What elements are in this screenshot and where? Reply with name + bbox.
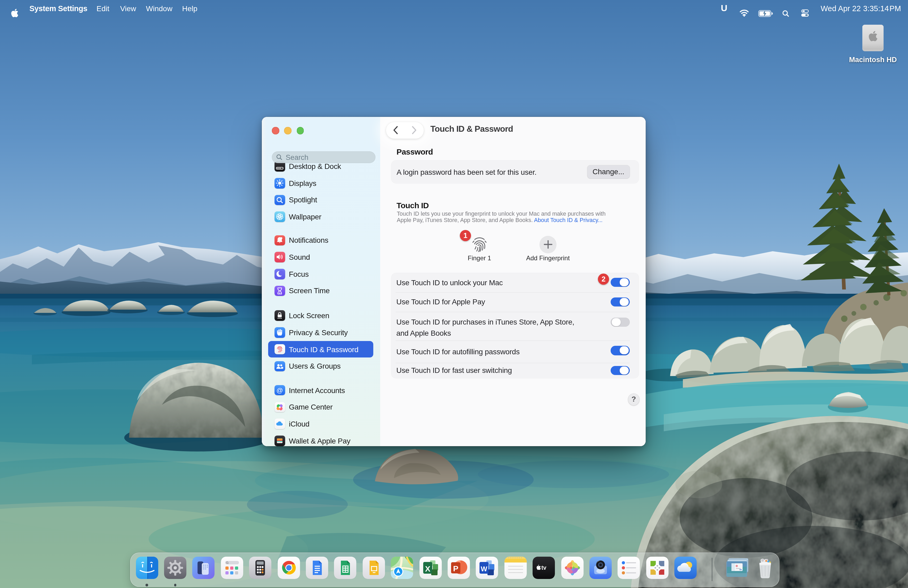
svg-text:W: W <box>481 565 488 573</box>
svg-text:P: P <box>453 564 458 573</box>
svg-text:tv: tv <box>541 565 546 571</box>
svg-text:X: X <box>425 564 430 573</box>
svg-text:@: @ <box>276 387 283 394</box>
